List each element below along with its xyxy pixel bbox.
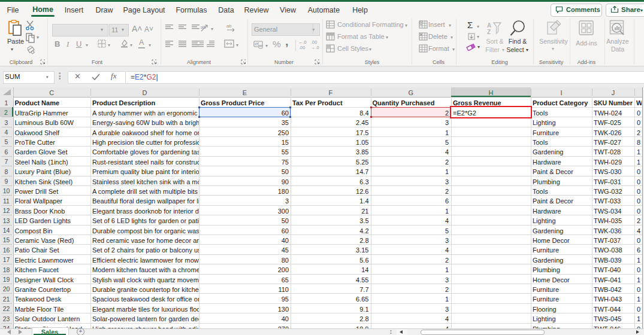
svg-text:Z: Z xyxy=(487,29,491,35)
svg-text:A: A xyxy=(487,22,491,29)
svg-text:ab: ab xyxy=(226,23,231,29)
svg-text:.00: .00 xyxy=(299,45,305,50)
svg-text:→.0: →.0 xyxy=(311,45,319,50)
svg-text:ab: ab xyxy=(201,25,206,30)
